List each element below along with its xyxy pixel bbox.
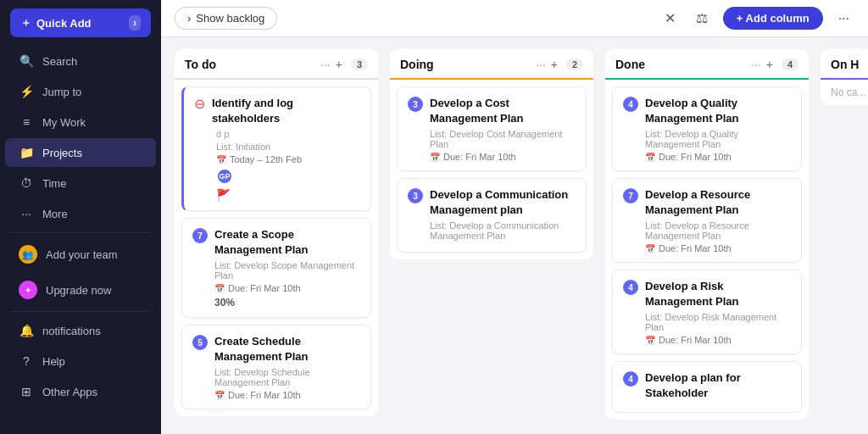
card-title: Develop a plan for Stakeholder	[645, 370, 791, 400]
sidebar-item-search[interactable]: 🔍 Search	[5, 47, 156, 75]
card-date-text: Due: Fri Mar 10th	[659, 335, 732, 345]
card-date-text: Due: Fri Mar 10th	[659, 152, 732, 162]
card-num: 7	[192, 228, 208, 243]
add-column-button[interactable]: + Add column	[723, 7, 823, 30]
otherapps-icon: ⊞	[19, 385, 34, 398]
card-list: List: Develop a Resource Management Plan	[645, 220, 791, 241]
avatar: GP	[216, 168, 233, 185]
sidebar-item-time[interactable]: ⏱ Time	[5, 169, 156, 198]
sidebar-item-upgrade[interactable]: ✦ Upgrade now	[5, 273, 156, 307]
card-stakeholder-plan[interactable]: 4 Develop a plan for Stakeholder	[612, 361, 802, 413]
card-date-text: Due: Fri Mar 10th	[659, 243, 732, 253]
plus-icon: ＋	[20, 15, 31, 31]
sidebar-item-more[interactable]: ··· More	[5, 199, 156, 228]
sidebar-item-addteam[interactable]: 👥 Add your team	[5, 237, 156, 271]
card-num: 3	[408, 188, 423, 203]
board: To do ··· + 3 ⊖ Identify and log stakeho…	[161, 37, 868, 434]
card-cost-management[interactable]: 3 Develop a Cost Management Plan List: D…	[397, 86, 587, 171]
sidebar-item-jump[interactable]: ⚡ Jump to	[5, 77, 156, 106]
calendar-icon: 📅	[645, 336, 655, 345]
calendar-icon: 📅	[214, 391, 225, 400]
card-list: List: Initiation	[216, 142, 360, 152]
col-doing-cards: 3 Develop a Cost Management Plan List: D…	[390, 80, 593, 259]
card-title: Create a Scope Management Plan	[214, 227, 360, 257]
board-toolbar: › Show backlog ✕ ⚖ + Add column ···	[161, 0, 868, 37]
sidebar-label-time: Time	[42, 177, 66, 190]
sidebar-label-addteam: Add your team	[46, 248, 118, 261]
card-date: 📅 Due: Fri Mar 10th	[645, 152, 791, 162]
col-done-dots[interactable]: ···	[751, 58, 761, 71]
more-options-button[interactable]: ···	[833, 8, 854, 30]
column-onhold: On H No ca...	[821, 49, 868, 105]
card-num: 5	[192, 335, 208, 350]
sidebar-item-notifications[interactable]: 🔔 notifications	[5, 316, 156, 345]
card-date: 📅 Today – 12th Feb	[216, 154, 360, 164]
card-resource-management[interactable]: 7 Develop a Resource Management Plan Lis…	[612, 178, 802, 263]
sidebar-label-upgrade: Upgrade now	[46, 284, 111, 297]
card-list: List: Develop a Communication Management…	[430, 220, 576, 241]
sidebar-item-otherapps[interactable]: ⊞ Other Apps	[5, 377, 156, 406]
col-doing-add[interactable]: +	[551, 58, 558, 71]
card-identify-stakeholders[interactable]: ⊖ Identify and log stakeholders d p List…	[181, 86, 371, 211]
card-date: 📅 Due: Fri Mar 10th	[214, 283, 360, 293]
card-list: List: Develop Risk Management Plan	[645, 312, 791, 332]
close-button[interactable]: ✕	[659, 7, 681, 30]
column-title-todo: To do	[185, 58, 315, 71]
card-avatars: GP	[216, 168, 360, 185]
filter-button[interactable]: ⚖	[691, 7, 713, 30]
quick-add-label: Quick Add	[36, 17, 92, 30]
card-title: Identify and log stakeholders	[212, 96, 360, 125]
card-title: Develop a Quality Management Plan	[645, 96, 791, 125]
card-list: List: Develop a Quality Management Plan	[645, 129, 791, 149]
card-date-text: Today – 12th Feb	[230, 154, 302, 164]
sidebar-label-more: More	[42, 208, 68, 220]
show-backlog-button[interactable]: › Show backlog	[175, 7, 277, 30]
col-todo-count: 3	[351, 58, 368, 70]
card-title: Develop a Risk Management Plan	[645, 279, 791, 309]
sidebar-label-mywork: My Work	[42, 116, 86, 129]
card-date-text: Due: Fri Mar 10th	[228, 283, 301, 293]
column-title-onhold: On H	[831, 58, 868, 71]
card-quality-management[interactable]: 4 Develop a Quality Management Plan List…	[612, 86, 802, 171]
column-todo: To do ··· + 3 ⊖ Identify and log stakeho…	[175, 49, 378, 416]
card-date: 📅 Due: Fri Mar 10th	[645, 243, 791, 253]
search-icon: 🔍	[19, 54, 34, 68]
quick-add-arrow: ›	[129, 15, 141, 31]
card-date: 📅 Due: Fri Mar 10th	[430, 152, 576, 162]
column-header-onhold: On H	[821, 49, 868, 80]
card-date: 📅 Due: Fri Mar 10th	[214, 390, 360, 400]
card-title: Develop a Communication Management plan	[430, 187, 576, 217]
card-num: 3	[408, 97, 423, 112]
col-todo-dots[interactable]: ···	[320, 58, 331, 71]
quick-add-button[interactable]: ＋ Quick Add ›	[10, 8, 151, 37]
card-risk-management[interactable]: 4 Develop a Risk Management Plan List: D…	[612, 270, 802, 354]
column-title-done: Done	[615, 58, 746, 71]
card-scope-management[interactable]: 7 Create a Scope Management Plan List: D…	[181, 218, 371, 318]
notifications-icon: 🔔	[19, 324, 34, 337]
card-schedule-management[interactable]: 5 Create Schedule Management Plan List: …	[181, 325, 371, 409]
col-done-add[interactable]: +	[766, 58, 773, 71]
card-num: 4	[623, 371, 638, 387]
sidebar: ＋ Quick Add › 🔍 Search ⚡ Jump to ≡ My Wo…	[0, 0, 161, 434]
calendar-icon: 📅	[214, 284, 225, 293]
sidebar-label-help: Help	[42, 355, 65, 368]
col-todo-add[interactable]: +	[336, 58, 342, 71]
card-date: 📅 Due: Fri Mar 10th	[645, 335, 791, 345]
column-header-doing: Doing ··· + 2	[390, 49, 593, 80]
card-list: List: Develop Cost Management Plan	[430, 129, 576, 149]
show-backlog-label: Show backlog	[196, 12, 264, 25]
column-header-todo: To do ··· + 3	[175, 49, 378, 80]
sidebar-divider-2	[10, 311, 151, 312]
col-doing-dots[interactable]: ···	[536, 58, 546, 71]
sidebar-item-mywork[interactable]: ≡ My Work	[5, 108, 156, 136]
card-communication-management[interactable]: 3 Develop a Communication Management pla…	[397, 178, 587, 253]
sidebar-label-search: Search	[42, 55, 77, 68]
sidebar-label-projects: Projects	[42, 147, 82, 159]
projects-icon: 📁	[19, 146, 34, 159]
col-done-cards: 4 Develop a Quality Management Plan List…	[605, 80, 809, 420]
card-num: 7	[623, 188, 638, 203]
card-progress: 30%	[214, 297, 360, 309]
sidebar-item-help[interactable]: ? Help	[5, 347, 156, 376]
sidebar-item-projects[interactable]: 📁 Projects	[5, 138, 156, 167]
calendar-icon: 📅	[430, 153, 440, 162]
